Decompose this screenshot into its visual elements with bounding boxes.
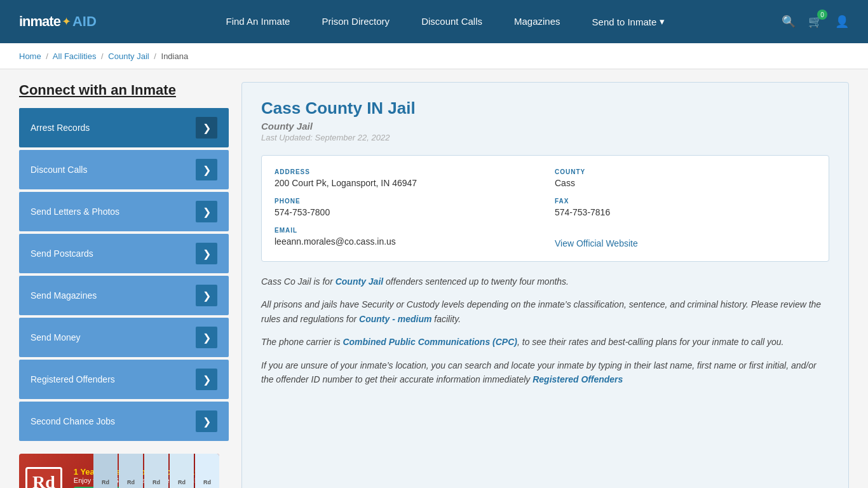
facility-description: Cass Co Jail is for County Jail offender… <box>261 274 829 386</box>
breadcrumb-all-facilities[interactable]: All Facilities <box>53 51 97 61</box>
breadcrumb-home[interactable]: Home <box>19 51 41 61</box>
sidebar-item-label: Send Magazines <box>31 290 97 301</box>
desc1-link[interactable]: County Jail <box>336 276 383 287</box>
desc4-link[interactable]: Registered Offenders <box>532 374 623 384</box>
sidebar-item-label: Arrest Records <box>31 123 90 133</box>
logo[interactable]: inmate ✦ AID <box>19 13 97 30</box>
sidebar-item-discount-calls[interactable]: Discount Calls ❯ <box>19 150 229 189</box>
facility-name: Cass County IN Jail <box>261 98 829 118</box>
desc3-pre: The phone carrier is <box>261 337 342 347</box>
sidebar-item-label: Send Postcards <box>31 248 93 259</box>
nav-prison-directory[interactable]: Prison Directory <box>322 16 390 27</box>
site-header: inmate ✦ AID Find An Inmate Prison Direc… <box>0 0 868 43</box>
logo-aid-text: AID <box>72 13 97 30</box>
sidebar-item-send-money[interactable]: Send Money ❯ <box>19 318 229 357</box>
desc-para-2: All prisons and jails have Security or C… <box>261 297 829 326</box>
cart-badge: 0 <box>817 10 827 20</box>
address-block: ADDRESS 200 Court Pk, Logansport, IN 469… <box>275 168 536 188</box>
main-layout: Connect with an Inmate Arrest Records ❯ … <box>0 69 868 488</box>
breadcrumb-bar: Home / All Facilities / County Jail / In… <box>0 43 868 69</box>
email-value: leeann.morales@co.cass.in.us <box>275 236 536 247</box>
logo-icon: ✦ <box>62 15 71 29</box>
sidebar-arrow-money: ❯ <box>196 327 217 348</box>
desc-para-3: The phone carrier is Combined Public Com… <box>261 335 829 349</box>
facility-info-box: ADDRESS 200 Court Pk, Logansport, IN 469… <box>261 155 829 262</box>
sidebar-arrow-jobs: ❯ <box>196 410 217 432</box>
ad-banner[interactable]: Rd 1 Year Subscription for only $19.98 E… <box>19 454 219 488</box>
main-nav: Find An Inmate Prison Directory Discount… <box>135 16 756 27</box>
breadcrumb-state: Indiana <box>161 51 189 61</box>
desc3-cont: , to see their rates and best-calling pl… <box>517 337 783 347</box>
desc1-text: Cass Co Jail is for <box>261 276 336 287</box>
logo-inmate-text: inmate <box>19 13 60 30</box>
desc2-cont: facility. <box>431 314 461 324</box>
sidebar-item-arrest-records[interactable]: Arrest Records ❯ <box>19 108 229 147</box>
ad-logo: Rd <box>25 467 62 488</box>
facility-updated: Last Updated: September 22, 2022 <box>261 133 829 142</box>
header-icons: 🔍 🛒 0 👤 <box>782 15 849 29</box>
sidebar-arrow-offenders: ❯ <box>196 369 217 390</box>
sidebar-item-send-postcards[interactable]: Send Postcards ❯ <box>19 234 229 273</box>
county-block: COUNTY Cass <box>555 168 816 188</box>
nav-magazines[interactable]: Magazines <box>514 16 560 27</box>
fax-value: 574-753-7816 <box>555 207 816 217</box>
nav-find-inmate[interactable]: Find An Inmate <box>226 16 290 27</box>
sidebar-title: Connect with an Inmate <box>19 82 229 98</box>
breadcrumb-county-jail[interactable]: County Jail <box>108 51 149 61</box>
sidebar-item-label: Send Money <box>31 332 81 342</box>
breadcrumb: Home / All Facilities / County Jail / In… <box>19 51 188 61</box>
sidebar-item-label: Registered Offenders <box>31 374 115 384</box>
sidebar-arrow-letters: ❯ <box>196 201 217 222</box>
email-label: EMAIL <box>275 227 536 234</box>
search-icon[interactable]: 🔍 <box>782 15 796 29</box>
ad-mag-1: Rd <box>93 454 118 488</box>
sidebar-item-registered-offenders[interactable]: Registered Offenders ❯ <box>19 360 229 399</box>
ad-magazines: Rd Rd Rd Rd Rd <box>93 454 219 488</box>
county-value: Cass <box>555 178 816 188</box>
sidebar-arrow-postcards: ❯ <box>196 243 217 264</box>
facility-type: County Jail <box>261 121 829 132</box>
sidebar-arrow-discount: ❯ <box>196 159 217 180</box>
phone-value: 574-753-7800 <box>275 207 536 217</box>
desc-para-4: If you are unsure of your inmate’s locat… <box>261 358 829 387</box>
fax-block: FAX 574-753-7816 <box>555 198 816 217</box>
ad-mag-3: Rd <box>144 454 168 488</box>
desc-para-1: Cass Co Jail is for County Jail offender… <box>261 274 829 288</box>
sidebar-item-send-letters[interactable]: Send Letters & Photos ❯ <box>19 192 229 231</box>
ad-mag-5: Rd <box>195 454 219 488</box>
sidebar-item-label: Discount Calls <box>31 165 87 175</box>
sidebar-arrow-magazines: ❯ <box>196 285 217 306</box>
fax-label: FAX <box>555 198 816 205</box>
address-label: ADDRESS <box>275 168 536 175</box>
phone-block: PHONE 574-753-7800 <box>275 198 536 217</box>
website-block: View Official Website <box>555 227 816 248</box>
desc2-link[interactable]: County - medium <box>359 314 431 324</box>
ad-mag-4: Rd <box>170 454 194 488</box>
ad-mag-2: Rd <box>119 454 143 488</box>
phone-label: PHONE <box>275 198 536 205</box>
address-value: 200 Court Pk, Logansport, IN 46947 <box>275 178 536 188</box>
email-block: EMAIL leeann.morales@co.cass.in.us <box>275 227 536 248</box>
desc2-pre: All prisons and jails have Security or C… <box>261 299 821 323</box>
sidebar: Connect with an Inmate Arrest Records ❯ … <box>19 82 229 488</box>
county-label: COUNTY <box>555 168 816 175</box>
sidebar-item-second-chance[interactable]: Second Chance Jobs ❯ <box>19 402 229 441</box>
website-link[interactable]: View Official Website <box>555 238 638 248</box>
sidebar-item-label: Second Chance Jobs <box>31 416 115 426</box>
desc1-cont: offenders sentenced up to twenty four mo… <box>383 276 569 287</box>
cart-icon[interactable]: 🛒 0 <box>808 15 822 29</box>
sidebar-item-send-magazines[interactable]: Send Magazines ❯ <box>19 276 229 315</box>
sidebar-arrow-arrest: ❯ <box>196 117 217 139</box>
desc3-link[interactable]: Combined Public Communications (CPC) <box>342 337 517 347</box>
facility-content: Cass County IN Jail County Jail Last Upd… <box>241 82 849 488</box>
user-icon[interactable]: 👤 <box>835 15 849 29</box>
nav-send-to-inmate[interactable]: Send to Inmate ▾ <box>592 16 665 27</box>
sidebar-menu: Arrest Records ❯ Discount Calls ❯ Send L… <box>19 108 229 441</box>
nav-discount-calls[interactable]: Discount Calls <box>421 16 482 27</box>
sidebar-item-label: Send Letters & Photos <box>31 207 119 217</box>
